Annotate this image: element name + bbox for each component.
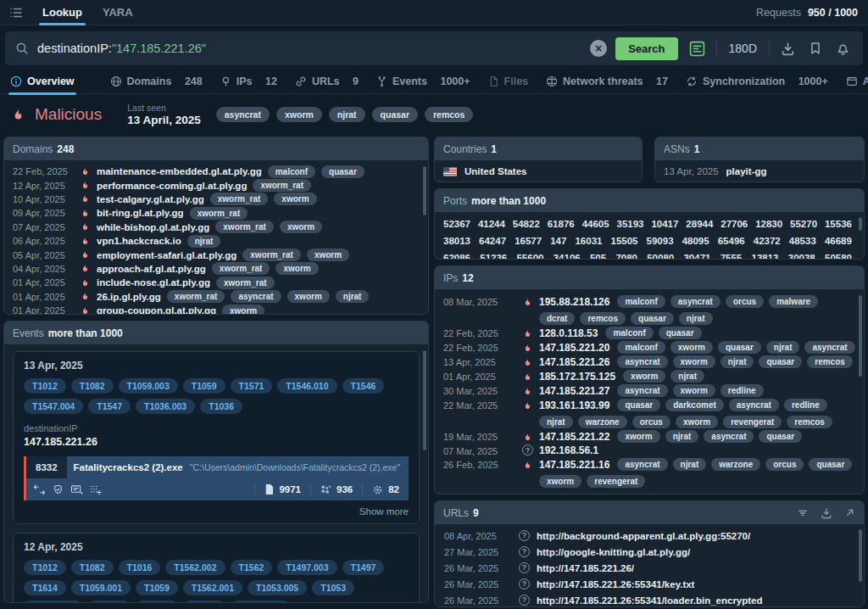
port-value[interactable]: 50580 xyxy=(825,249,852,259)
port-value[interactable]: 16031 xyxy=(575,232,602,249)
mitre-technique-tag[interactable]: T1059.003 xyxy=(119,378,178,394)
malware-tag[interactable]: revengerat xyxy=(723,416,782,428)
mitre-technique-tag[interactable]: T1562 xyxy=(231,560,273,575)
malware-tag[interactable]: asyncrat xyxy=(617,458,667,471)
tab-lookup[interactable]: Lookup xyxy=(42,0,82,25)
port-value[interactable]: 62086 xyxy=(443,249,470,259)
port-value[interactable]: 54822 xyxy=(513,215,540,232)
url-link[interactable]: http://background-apparent.gl.at.ply.gg:… xyxy=(537,531,750,541)
malware-tag[interactable]: xworm xyxy=(307,249,349,261)
port-value[interactable]: 61876 xyxy=(548,215,575,232)
domain-name[interactable]: include-nose.gl.at.ply.gg xyxy=(97,277,210,288)
mitre-technique-tag[interactable]: T1546 xyxy=(342,378,385,394)
files-count[interactable]: 9971 xyxy=(254,484,310,495)
malware-tag[interactable]: xworm xyxy=(276,107,322,122)
port-value[interactable]: 65496 xyxy=(718,232,745,249)
filter-icon[interactable] xyxy=(797,507,809,519)
malware-tag[interactable]: remcos xyxy=(580,312,626,325)
malware-tag[interactable]: quasar xyxy=(631,312,674,325)
port-value[interactable]: 42372 xyxy=(754,232,781,249)
malware-tag[interactable]: asyncrat xyxy=(804,341,854,354)
ip-address[interactable]: 147.185.221.27 xyxy=(539,385,609,397)
port-value[interactable]: 41244 xyxy=(478,215,505,232)
malware-tag[interactable]: njrat xyxy=(670,370,704,383)
malware-tag[interactable]: orcus xyxy=(765,458,804,471)
port-value[interactable]: 7080 xyxy=(615,249,637,259)
mitre-technique-tag[interactable]: T1547.004 xyxy=(24,399,83,414)
malware-tag[interactable]: xworm_rat xyxy=(212,262,270,275)
malware-tag[interactable]: asyncrat xyxy=(617,355,667,368)
mitre-technique-tag[interactable]: T1571 xyxy=(136,601,178,603)
malware-tag[interactable]: remcos xyxy=(787,416,832,428)
port-value[interactable]: 13813 xyxy=(752,249,779,259)
mitre-technique-tag[interactable]: T1071 xyxy=(183,601,225,603)
mitre-technique-tag[interactable]: T1053 xyxy=(312,580,354,595)
port-value[interactable]: 30038 xyxy=(788,249,815,259)
port-value[interactable]: 59093 xyxy=(647,232,674,249)
domain-name[interactable]: approach-af.gl.at.ply.gg xyxy=(97,264,206,274)
malware-tag[interactable]: malconf xyxy=(605,327,653,339)
mitre-technique-tag[interactable]: T1546.010 xyxy=(277,378,337,394)
malware-tag[interactable]: asyncrat xyxy=(704,430,754,443)
malware-tag[interactable]: warzone xyxy=(578,416,627,428)
ip-address[interactable]: 147.185.221.22 xyxy=(539,431,609,443)
search-query[interactable]: destinationIP:"147.185.221.26" xyxy=(37,42,206,55)
malware-tag[interactable]: xworm_rat xyxy=(190,207,248,220)
mitre-technique-tag[interactable]: T1547 xyxy=(88,601,131,603)
malware-tag[interactable]: xworm xyxy=(617,430,659,443)
mitre-technique-tag[interactable]: T1614 xyxy=(24,580,66,595)
port-value[interactable]: 52367 xyxy=(443,215,470,232)
malware-tag[interactable]: asyncrat xyxy=(216,107,270,122)
port-value[interactable]: 28944 xyxy=(686,215,713,232)
mitre-technique-tag[interactable]: T1059.001 xyxy=(71,580,131,595)
tab-yara[interactable]: YARA xyxy=(103,0,133,25)
bell-icon[interactable] xyxy=(833,42,853,56)
query-builder-icon[interactable] xyxy=(687,41,708,57)
bookmark-icon[interactable] xyxy=(806,42,825,55)
domain-name[interactable]: while-bishop.gl.at.ply.gg xyxy=(97,222,209,232)
mitre-technique-tag[interactable]: T1497.003 xyxy=(277,560,337,575)
tab-ips[interactable]: IPs 12 xyxy=(220,70,277,94)
domain-name[interactable]: bit-ring.gl.at.ply.gg xyxy=(97,208,184,218)
period-selector[interactable]: 180D xyxy=(726,42,760,55)
port-value[interactable]: 51236 xyxy=(480,249,507,259)
mitre-technique-tag[interactable]: T1016 xyxy=(119,560,161,575)
url-link[interactable]: http://google-knitting.gl.at.ply.gg/ xyxy=(537,547,690,557)
malware-tag[interactable]: njrat xyxy=(673,458,707,471)
scrollbar[interactable] xyxy=(423,350,426,450)
mitre-technique-tag[interactable]: T1036.003 xyxy=(136,399,195,414)
port-value[interactable]: 505 xyxy=(590,249,606,259)
malware-tag[interactable]: njrat xyxy=(187,235,221,248)
malware-tag[interactable]: redline xyxy=(721,384,764,397)
search-bar[interactable]: destinationIP:"147.185.221.26" × Search … xyxy=(5,31,863,65)
malware-tag[interactable]: xworm xyxy=(274,193,316,205)
malware-tag[interactable]: xworm xyxy=(539,475,581,488)
mitre-technique-tag[interactable]: T1562.001 xyxy=(183,580,242,595)
malware-tag[interactable]: malware xyxy=(769,295,818,308)
ip-address[interactable]: 147.185.221.20 xyxy=(539,342,609,354)
domain-name[interactable]: vpn1.hackcrack.io xyxy=(97,236,181,246)
search-button[interactable]: Search xyxy=(615,37,677,60)
malware-tag[interactable]: quasar xyxy=(372,107,418,122)
ip-address[interactable]: 195.88.218.126 xyxy=(539,296,609,308)
malware-tag[interactable]: orcus xyxy=(632,416,670,428)
port-value[interactable]: 48095 xyxy=(682,232,709,249)
port-value[interactable]: 12830 xyxy=(755,215,782,232)
malware-tag[interactable]: xworm xyxy=(670,341,713,354)
process-row[interactable]: 8332 Fatalitycrackcs2 (2).exe "C:\Users\… xyxy=(24,456,409,500)
malware-tag[interactable]: redline xyxy=(784,399,827,411)
malware-tag[interactable]: xworm xyxy=(275,262,318,275)
malware-tag[interactable]: xworm_rat xyxy=(215,221,274,233)
malware-tag[interactable]: dcrat xyxy=(539,312,575,325)
malware-tag[interactable]: malconf xyxy=(617,295,665,308)
domain-name[interactable]: employment-safari.gl.at.ply.gg xyxy=(97,250,236,260)
open-external-icon[interactable] xyxy=(844,507,855,518)
tab-urls[interactable]: URLs 9 xyxy=(295,70,359,94)
ip-address[interactable]: 147.185.221.16 xyxy=(539,459,609,471)
ip-address[interactable]: 185.172.175.125 xyxy=(539,371,615,383)
malware-tag[interactable]: warzone xyxy=(711,458,760,471)
malware-tag[interactable]: quasar xyxy=(718,341,761,354)
scrollbar[interactable] xyxy=(859,295,862,377)
tab-network-threats[interactable]: Network threats 17 xyxy=(546,70,668,94)
port-value[interactable]: 55270 xyxy=(790,215,817,232)
